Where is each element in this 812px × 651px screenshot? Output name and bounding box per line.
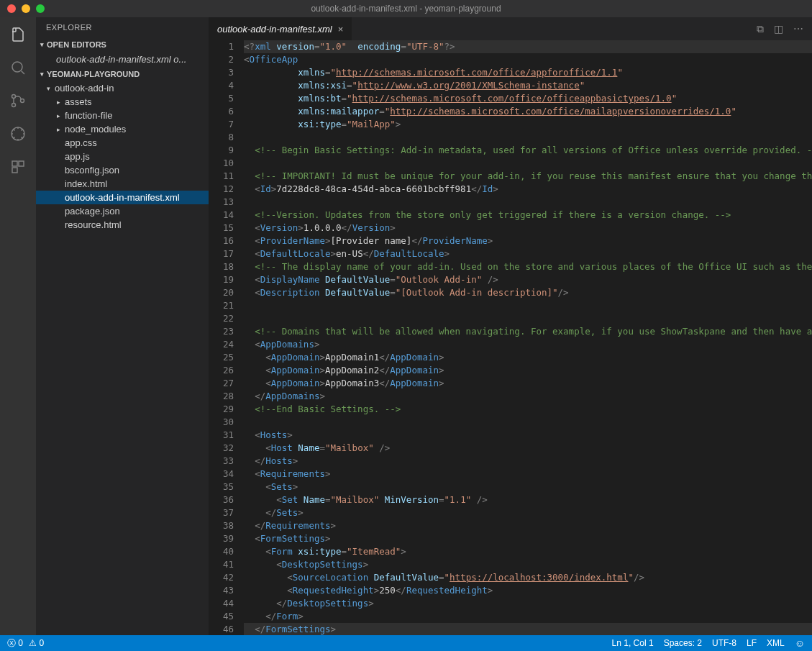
tree-item-label: app.js: [62, 151, 90, 162]
search-icon[interactable]: [8, 58, 28, 78]
title-bar: outlook-add-in-manifest.xml - yeoman-pla…: [0, 0, 812, 17]
tree-item-label: function-file: [62, 110, 112, 121]
editor-area: outlook-add-in-manifest.xml × ⧉ ◫ ⋯ 1234…: [209, 17, 812, 635]
source-control-icon[interactable]: [8, 91, 28, 111]
window-title: outlook-add-in-manifest.xml - yeoman-pla…: [311, 4, 501, 14]
svg-point-1: [12, 95, 16, 99]
open-editors-label: OPEN EDITORS: [47, 40, 106, 49]
errors-status[interactable]: ⓧ 0: [7, 637, 23, 650]
traffic-lights: [0, 4, 45, 13]
tree-file[interactable]: package.json: [36, 204, 209, 218]
feedback-icon[interactable]: ☺: [795, 637, 805, 649]
line-gutter: 1234567891011121314151617181920212223242…: [209, 40, 244, 635]
workspace-label: YEOMAN-PLAYGROUND: [47, 70, 140, 78]
split-editor-icon[interactable]: ◫: [774, 23, 783, 35]
tree-file[interactable]: bsconfig.json: [36, 163, 209, 177]
chevron-right-icon: ▸: [55, 112, 62, 119]
cursor-position[interactable]: Ln 1, Col 1: [612, 638, 654, 648]
tree-file[interactable]: app.css: [36, 136, 209, 150]
eol-status[interactable]: LF: [747, 638, 757, 648]
chevron-right-icon: ▸: [55, 126, 62, 133]
tree-item-label: package.json: [62, 206, 120, 217]
chevron-down-icon: ▾: [40, 70, 44, 78]
warnings-status[interactable]: ⚠ 0: [29, 638, 44, 648]
tree-item-label: outlook-add-in-manifest.xml: [62, 192, 180, 203]
language-status[interactable]: XML: [767, 638, 785, 648]
activity-bar: [0, 17, 36, 635]
extensions-icon[interactable]: [8, 157, 28, 177]
chevron-right-icon: ▸: [55, 99, 62, 106]
chevron-down-icon: ▾: [45, 85, 52, 92]
close-icon[interactable]: ×: [338, 24, 344, 35]
svg-point-4: [12, 127, 24, 140]
indentation-status[interactable]: Spaces: 2: [664, 638, 702, 648]
tree-file[interactable]: resource.html: [36, 218, 209, 232]
explorer-sidebar: EXPLORER ▾ OPEN EDITORS outlook-add-in-m…: [36, 17, 209, 635]
svg-point-3: [21, 99, 24, 103]
tab-actions: ⧉ ◫ ⋯: [757, 23, 812, 35]
more-icon[interactable]: ⋯: [793, 23, 803, 35]
code-editor[interactable]: 1234567891011121314151617181920212223242…: [209, 40, 812, 635]
svg-rect-5: [12, 161, 17, 166]
tree-item-label: assets: [62, 96, 92, 107]
tree-item-label: index.html: [62, 178, 107, 189]
code-content[interactable]: <?xml version="1.0" encoding="UTF-8"?><O…: [244, 40, 812, 635]
tree-file[interactable]: index.html: [36, 177, 209, 191]
tree-folder[interactable]: ▸node_modules: [36, 122, 209, 136]
svg-point-2: [12, 104, 16, 107]
tree-item-label: bsconfig.json: [62, 165, 119, 176]
explorer-icon[interactable]: [8, 24, 28, 45]
tree-item-label: app.css: [62, 137, 97, 148]
open-editors-header[interactable]: ▾ OPEN EDITORS: [36, 37, 209, 52]
compare-icon[interactable]: ⧉: [757, 23, 764, 35]
file-tree: ▾outlook-add-in▸assets▸function-file▸nod…: [36, 81, 209, 635]
tab-bar: outlook-add-in-manifest.xml × ⧉ ◫ ⋯: [209, 17, 812, 40]
open-editor-item[interactable]: outlook-add-in-manifest.xml o...: [36, 52, 209, 67]
maximize-window-icon[interactable]: [36, 4, 45, 13]
tab-label: outlook-add-in-manifest.xml: [217, 24, 332, 35]
tree-folder[interactable]: ▸assets: [36, 95, 209, 109]
close-window-icon[interactable]: [7, 4, 16, 13]
tree-item-label: outlook-add-in: [52, 83, 114, 94]
svg-point-0: [12, 62, 22, 72]
explorer-title: EXPLORER: [36, 17, 209, 37]
workspace-header[interactable]: ▾ YEOMAN-PLAYGROUND: [36, 67, 209, 81]
svg-rect-6: [19, 161, 24, 166]
tree-folder[interactable]: ▾outlook-add-in: [36, 81, 209, 95]
status-bar: ⓧ 0 ⚠ 0 Ln 1, Col 1 Spaces: 2 UTF-8 LF X…: [0, 635, 812, 651]
tab-active[interactable]: outlook-add-in-manifest.xml ×: [209, 17, 352, 40]
tree-file[interactable]: app.js: [36, 150, 209, 163]
tree-file[interactable]: outlook-add-in-manifest.xml: [36, 191, 209, 204]
minimize-window-icon[interactable]: [22, 4, 30, 13]
svg-rect-7: [12, 168, 17, 173]
encoding-status[interactable]: UTF-8: [712, 638, 736, 648]
tree-folder[interactable]: ▸function-file: [36, 109, 209, 122]
chevron-down-icon: ▾: [40, 41, 44, 48]
debug-icon[interactable]: [8, 124, 28, 144]
tree-item-label: resource.html: [62, 219, 122, 230]
tree-item-label: node_modules: [62, 124, 126, 135]
